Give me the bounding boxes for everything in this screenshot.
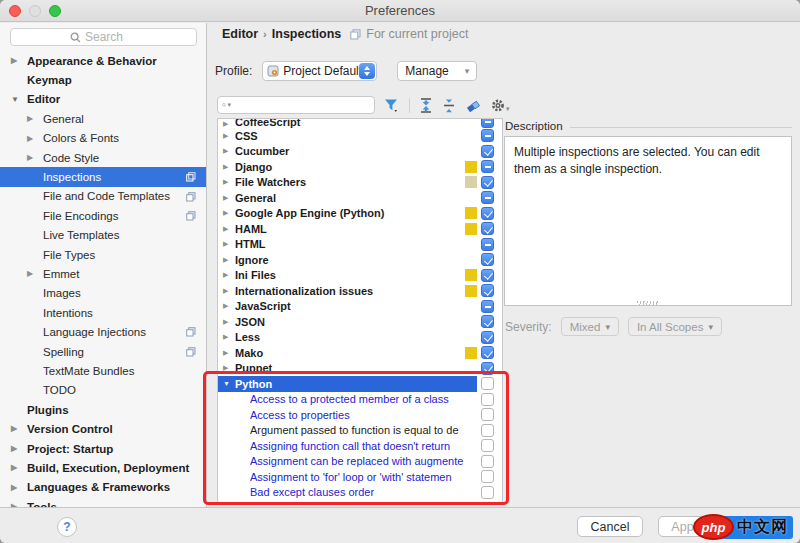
collapse-arrow-icon[interactable]: ▶ [223, 364, 235, 372]
inspection-row-general[interactable]: ▶General [218, 190, 502, 206]
inspections-search-input[interactable] [232, 99, 374, 111]
collapse-arrow-icon[interactable]: ▶ [223, 240, 235, 248]
inspection-checkbox[interactable] [481, 331, 494, 344]
inspection-child-row-access-to-properties[interactable]: Access to properties [218, 407, 502, 423]
inspection-checkbox[interactable] [481, 315, 494, 328]
sidebar-item-textmate-bundles[interactable]: TextMate Bundles [0, 361, 206, 380]
inspection-checkbox[interactable] [481, 160, 494, 173]
inspection-checkbox[interactable] [481, 377, 494, 390]
inspection-row-django[interactable]: ▶Django [218, 159, 502, 175]
inspection-row-google-app-engine-python[interactable]: ▶Google App Engine (Python) [218, 206, 502, 222]
inspection-row-json[interactable]: ▶JSON [218, 314, 502, 330]
sidebar-item-file-and-code-templates[interactable]: File and Code Templates [0, 187, 206, 206]
inspection-checkbox[interactable] [481, 362, 494, 375]
collapse-arrow-icon[interactable]: ▶ [223, 209, 235, 217]
resize-grip-icon[interactable] [637, 301, 659, 306]
inspection-checkbox[interactable] [481, 222, 494, 235]
inspection-row-less[interactable]: ▶Less [218, 330, 502, 346]
manage-button[interactable]: Manage ▾ [397, 61, 477, 81]
inspection-checkbox[interactable] [481, 238, 494, 251]
collapse-arrow-icon[interactable]: ▶ [223, 132, 235, 140]
filter-button[interactable] [384, 98, 400, 113]
inspection-checkbox[interactable] [481, 284, 494, 297]
inspection-checkbox[interactable] [481, 119, 494, 128]
inspection-row-python[interactable]: ▼Python [218, 376, 502, 392]
collapse-arrow-icon[interactable]: ▶ [223, 120, 235, 128]
sidebar-item-build-execution-deployment[interactable]: ▶Build, Execution, Deployment [0, 458, 206, 477]
sidebar-item-intentions[interactable]: Intentions [0, 303, 206, 322]
sidebar-item-code-style[interactable]: ▶Code Style [0, 148, 206, 167]
inspection-row-javascript[interactable]: ▶JavaScript [218, 299, 502, 315]
expand-all-button[interactable] [419, 98, 433, 113]
sidebar-item-images[interactable]: Images [0, 284, 206, 303]
inspection-checkbox[interactable] [481, 253, 494, 266]
collapse-arrow-icon[interactable]: ▶ [223, 287, 235, 295]
sidebar-item-keymap[interactable]: Keymap [0, 70, 206, 89]
collapse-arrow-icon[interactable]: ▶ [27, 153, 33, 162]
sidebar-item-project-startup[interactable]: ▶Project: Startup [0, 439, 206, 458]
inspection-checkbox[interactable] [481, 129, 494, 142]
collapse-arrow-icon[interactable]: ▶ [223, 225, 235, 233]
inspection-row-mako[interactable]: ▶Mako [218, 345, 502, 361]
inspection-checkbox[interactable] [481, 470, 494, 483]
inspection-checkbox[interactable] [481, 176, 494, 189]
breadcrumb-section[interactable]: Editor [222, 27, 258, 41]
inspection-checkbox[interactable] [481, 455, 494, 468]
inspection-child-row-argument-passed-to-function-is-equal-to-de[interactable]: Argument passed to function is equal to … [218, 423, 502, 439]
stepper-icon[interactable] [359, 63, 375, 79]
collapse-arrow-icon[interactable]: ▶ [223, 256, 235, 264]
close-button[interactable] [9, 5, 21, 17]
collapse-arrow-icon[interactable]: ▶ [223, 333, 235, 341]
collapse-arrow-icon[interactable]: ▶ [27, 269, 33, 278]
inspection-checkbox[interactable] [481, 191, 494, 204]
collapse-arrow-icon[interactable]: ▶ [223, 349, 235, 357]
scope-dropdown[interactable]: In All Scopes ▾ [628, 317, 722, 336]
collapse-arrow-icon[interactable]: ▶ [27, 134, 33, 143]
inspection-child-row-assigning-function-call-that-doesn-t-return[interactable]: Assigning function call that doesn't ret… [218, 438, 502, 454]
sidebar-item-colors-fonts[interactable]: ▶Colors & Fonts [0, 129, 206, 148]
inspection-checkbox[interactable] [481, 424, 494, 437]
sidebar-item-inspections[interactable]: Inspections [0, 167, 206, 186]
sidebar-search-field[interactable] [10, 28, 197, 46]
collapse-arrow-icon[interactable]: ▶ [27, 114, 33, 123]
expand-arrow-icon[interactable]: ▼ [223, 380, 235, 387]
inspection-checkbox[interactable] [481, 393, 494, 406]
sidebar-item-general[interactable]: ▶General [0, 109, 206, 128]
collapse-arrow-icon[interactable]: ▶ [223, 147, 235, 155]
help-button[interactable]: ? [57, 517, 77, 537]
inspection-row-html[interactable]: ▶HTML [218, 237, 502, 253]
inspections-search-field[interactable]: ▾ [217, 96, 375, 114]
sidebar-search-input[interactable] [85, 30, 137, 44]
collapse-arrow-icon[interactable]: ▶ [223, 318, 235, 326]
sidebar-item-languages-frameworks[interactable]: ▶Languages & Frameworks [0, 478, 206, 497]
inspection-child-row-access-to-a-protected-member-of-a-class[interactable]: Access to a protected member of a class [218, 392, 502, 408]
gear-menu-button[interactable]: ▾ [491, 98, 510, 113]
inspection-checkbox[interactable] [481, 269, 494, 282]
inspection-row-css[interactable]: ▶CSS [218, 128, 502, 144]
inspection-child-row-assignment-to-for-loop-or-with-statemen[interactable]: Assignment to 'for' loop or 'with' state… [218, 469, 502, 485]
collapse-arrow-icon[interactable]: ▶ [223, 271, 235, 279]
inspection-checkbox[interactable] [481, 408, 494, 421]
sidebar-item-todo[interactable]: TODO [0, 381, 206, 400]
sidebar-item-plugins[interactable]: Plugins [0, 400, 206, 419]
inspection-checkbox[interactable] [481, 486, 494, 499]
inspection-child-row-bad-except-clauses-order[interactable]: Bad except clauses order [218, 485, 502, 501]
collapse-arrow-icon[interactable]: ▶ [223, 163, 235, 171]
sidebar-item-file-types[interactable]: File Types [0, 245, 206, 264]
inspection-row-ignore[interactable]: ▶Ignore [218, 252, 502, 268]
inspection-row-file-watchers[interactable]: ▶File Watchers [218, 175, 502, 191]
sidebar-item-language-injections[interactable]: Language Injections [0, 322, 206, 341]
inspection-row-coffeescript[interactable]: ▶CoffeeScript [218, 119, 502, 128]
inspection-checkbox[interactable] [481, 439, 494, 452]
inspection-row-puppet[interactable]: ▶Puppet [218, 361, 502, 377]
sidebar-item-emmet[interactable]: ▶Emmet [0, 264, 206, 283]
collapse-arrow-icon[interactable]: ▶ [223, 194, 235, 202]
cancel-button[interactable]: Cancel [577, 516, 643, 537]
expand-arrow-icon[interactable]: ▼ [11, 95, 19, 104]
inspection-row-internationalization-issues[interactable]: ▶Internationalization issues [218, 283, 502, 299]
collapse-arrow-icon[interactable]: ▶ [11, 483, 17, 492]
collapse-arrow-icon[interactable]: ▶ [11, 424, 17, 433]
sidebar-item-live-templates[interactable]: Live Templates [0, 226, 206, 245]
inspection-row-cucumber[interactable]: ▶Cucumber [218, 144, 502, 160]
reset-button[interactable] [465, 98, 482, 113]
